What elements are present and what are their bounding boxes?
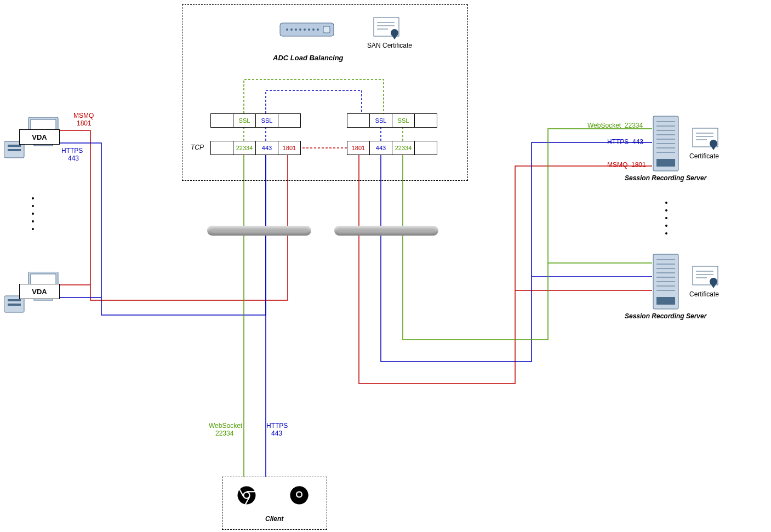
client-label: Client xyxy=(265,515,283,523)
svg-point-4 xyxy=(299,28,301,31)
svg-point-2 xyxy=(290,28,293,31)
svg-point-8 xyxy=(317,28,319,31)
vda-box: VDA xyxy=(19,129,60,145)
appliance-icon xyxy=(279,20,334,39)
svg-point-7 xyxy=(312,28,315,31)
vda-box: VDA xyxy=(19,284,60,299)
svg-point-6 xyxy=(308,28,310,31)
ssl-cell xyxy=(414,113,437,128)
ssl-cell xyxy=(278,113,301,128)
firefox-icon xyxy=(289,485,309,505)
https-label: HTTPS xyxy=(61,147,83,155)
svg-point-1 xyxy=(286,28,288,31)
srs-label: Session Recording Server xyxy=(625,174,706,182)
san-cert-label: SAN Certificate xyxy=(367,42,412,49)
ellipsis-icon xyxy=(664,196,669,240)
adc-title: ADC Load Balancing xyxy=(273,54,344,62)
port-label: 22334 xyxy=(215,430,233,437)
certificate-icon xyxy=(692,127,719,150)
svg-point-14 xyxy=(391,29,398,37)
srs-label: Session Recording Server xyxy=(625,312,706,320)
vda-label: VDA xyxy=(32,288,47,296)
svg-point-65 xyxy=(710,278,717,285)
svg-point-5 xyxy=(304,28,306,31)
pipe xyxy=(334,226,438,236)
port-label: 443 xyxy=(271,430,282,437)
svg-rect-9 xyxy=(323,26,330,33)
ws-label: WebSocket xyxy=(209,422,242,430)
svg-point-50 xyxy=(710,140,717,147)
svg-rect-16 xyxy=(8,145,21,147)
svg-rect-17 xyxy=(8,149,21,151)
ssl-cell: SSL xyxy=(392,113,415,128)
svg-point-31 xyxy=(244,493,249,498)
svg-rect-60 xyxy=(656,297,675,305)
ssl-cell: SSL xyxy=(369,113,392,128)
tcp-cell: 22334 xyxy=(233,141,256,155)
cert-label: Certificate xyxy=(689,152,719,160)
tcp-cell: 443 xyxy=(369,141,392,155)
ssl-cell xyxy=(347,113,370,128)
svg-rect-24 xyxy=(8,304,21,306)
svg-rect-23 xyxy=(8,299,21,301)
https-label: HTTPS 443 xyxy=(607,138,643,146)
ssl-cell xyxy=(210,113,233,128)
tcp-cell xyxy=(210,141,233,155)
ssl-cell: SSL xyxy=(255,113,278,128)
ssl-cell: SSL xyxy=(233,113,256,128)
tcp-cell: 22334 xyxy=(392,141,415,155)
tcp-cell: 1801 xyxy=(278,141,301,155)
cert-label: Certificate xyxy=(689,290,719,298)
msmq-label: MSMQ 1801 xyxy=(607,161,646,169)
ellipsis-icon xyxy=(31,192,35,236)
https-label: HTTPS xyxy=(266,422,288,430)
certificate-icon xyxy=(692,265,719,288)
server-icon xyxy=(652,253,679,311)
port-label: 443 xyxy=(68,155,79,162)
port-label: 1801 xyxy=(77,119,92,127)
tcp-cell: 1801 xyxy=(347,141,370,155)
chrome-icon xyxy=(237,485,256,505)
svg-rect-45 xyxy=(656,159,675,167)
tcp-label: TCP xyxy=(191,144,204,151)
pipe xyxy=(207,226,311,236)
tcp-cell: 443 xyxy=(255,141,278,155)
svg-point-35 xyxy=(297,493,301,497)
tcp-cell xyxy=(414,141,437,155)
svg-point-3 xyxy=(295,28,297,31)
server-icon xyxy=(652,115,679,173)
msmq-label: MSMQ xyxy=(73,112,94,119)
ws-label: WebSocket 22334 xyxy=(587,122,643,129)
certificate-icon xyxy=(373,16,400,39)
vda-label: VDA xyxy=(32,133,47,141)
